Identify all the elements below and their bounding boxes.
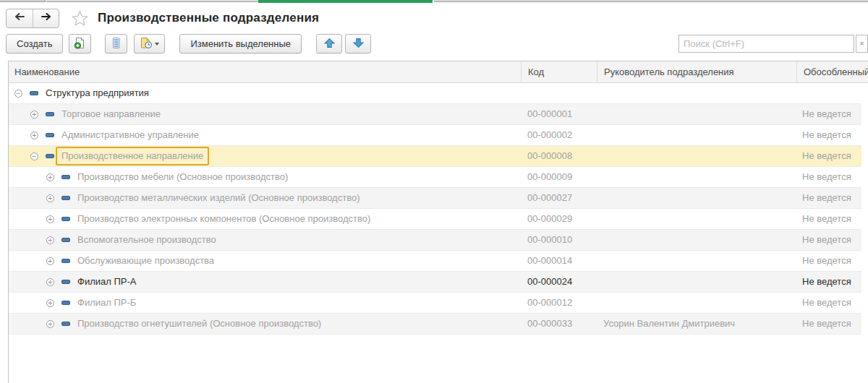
table-row[interactable]: + Филиал ПР-А 00-000024 Не ведется bbox=[9, 272, 861, 293]
department-name: Производство огнетушителей (Основное про… bbox=[77, 314, 321, 334]
name-cell: + Производство электронных компонентов (… bbox=[9, 209, 521, 229]
separate-cell: Не ведется bbox=[796, 209, 861, 229]
separate-cell: Не ведется bbox=[796, 272, 861, 292]
code-cell: 00-000001 bbox=[521, 104, 597, 124]
clear-search-button[interactable]: × bbox=[856, 35, 868, 53]
tree-expander-icon[interactable]: + bbox=[30, 132, 38, 139]
name-cell: + Производство огнетушителей (Основное п… bbox=[9, 314, 521, 334]
code-cell: 00-000008 bbox=[521, 146, 597, 166]
group-folder-icon bbox=[46, 154, 54, 158]
tree-expander-icon[interactable]: + bbox=[46, 257, 54, 265]
tree-expander-icon[interactable]: − bbox=[30, 152, 38, 160]
table-row[interactable]: − Производственное направление 00-000008… bbox=[9, 146, 861, 167]
toolbar: Создать bbox=[6, 34, 868, 53]
name-cell: + Обслуживающие производства bbox=[9, 251, 521, 271]
search-input[interactable] bbox=[678, 35, 854, 53]
tree-expander-icon[interactable]: + bbox=[46, 215, 54, 223]
table-row[interactable]: + Производство электронных компонентов (… bbox=[9, 209, 861, 230]
name-cell: + Филиал ПР-Б bbox=[9, 293, 521, 313]
table-row[interactable]: − Структура предприятия bbox=[9, 83, 861, 104]
forward-button[interactable] bbox=[33, 9, 59, 27]
tab-strip bbox=[0, 0, 868, 3]
manager-cell bbox=[597, 230, 796, 250]
create-group-button[interactable] bbox=[69, 34, 91, 53]
arrow-up-blue-icon bbox=[324, 38, 335, 51]
separate-cell: Не ведется bbox=[796, 146, 861, 166]
back-button[interactable] bbox=[7, 9, 33, 27]
code-cell bbox=[521, 83, 597, 103]
table-row[interactable]: + Обслуживающие производства 00-000014 Н… bbox=[9, 251, 861, 272]
arrow-left-icon bbox=[14, 12, 25, 25]
tree-expander-icon[interactable]: + bbox=[46, 173, 54, 181]
history-nav-group bbox=[6, 9, 59, 28]
tree-expander-icon[interactable]: + bbox=[46, 236, 54, 244]
change-history-button[interactable] bbox=[134, 34, 165, 53]
create-button[interactable]: Создать bbox=[6, 34, 63, 53]
column-header-separate[interactable]: Обособленный bbox=[796, 61, 868, 82]
tab-strip-segment bbox=[46, 0, 258, 2]
code-cell: 00-000010 bbox=[521, 230, 597, 250]
name-cell: + Филиал ПР-А bbox=[9, 272, 521, 292]
tree-expander-icon[interactable]: + bbox=[46, 299, 54, 307]
group-folder-icon bbox=[61, 280, 70, 284]
tab-strip-segment bbox=[0, 0, 46, 2]
table-body: − Структура предприятия + Торговое напра… bbox=[9, 83, 861, 335]
favorite-star-icon[interactable] bbox=[71, 10, 89, 27]
table-row[interactable]: + Филиал ПР-Б 00-000012 Не ведется bbox=[9, 293, 861, 314]
table-row[interactable]: + Производство металлических изделий (Ос… bbox=[9, 188, 861, 209]
separate-cell: Не ведется bbox=[796, 104, 861, 124]
code-cell: 00-000002 bbox=[521, 125, 597, 145]
column-header-code[interactable]: Код bbox=[521, 61, 597, 82]
search-area: × bbox=[678, 34, 868, 53]
department-name: Торговое направление bbox=[61, 104, 161, 124]
edit-selected-button[interactable]: Изменить выделенные bbox=[179, 34, 302, 53]
tree-expander-icon[interactable]: − bbox=[14, 90, 22, 98]
separate-cell: Не ведется bbox=[796, 167, 861, 187]
group-folder-icon bbox=[61, 175, 70, 179]
name-cell: − Производственное направление bbox=[9, 146, 521, 166]
app-window: Производственные подразделения Создать bbox=[0, 0, 868, 383]
tree-expander-icon[interactable]: + bbox=[46, 278, 54, 286]
column-header-name[interactable]: Наименование bbox=[9, 61, 521, 82]
list-view-button[interactable] bbox=[105, 34, 127, 53]
tree-expander-icon[interactable]: + bbox=[46, 320, 54, 328]
table-row[interactable]: + Торговое направление 00-000001 Не веде… bbox=[9, 104, 861, 125]
code-cell: 00-000012 bbox=[521, 293, 597, 313]
table-row[interactable]: + Вспомогательное производство 00-000010… bbox=[9, 230, 861, 251]
manager-cell bbox=[597, 146, 796, 166]
move-down-button[interactable] bbox=[345, 34, 371, 53]
department-name: Филиал ПР-А bbox=[77, 272, 136, 292]
column-header-manager[interactable]: Руководитель подразделения bbox=[597, 61, 796, 82]
tree-expander-icon[interactable]: + bbox=[46, 194, 54, 202]
name-cell: + Производство металлических изделий (Ос… bbox=[9, 188, 521, 208]
separate-cell bbox=[796, 83, 861, 103]
table-row[interactable]: + Административное управление 00-000002 … bbox=[9, 125, 861, 146]
name-cell: + Административное управление bbox=[9, 125, 521, 145]
list-icon bbox=[110, 37, 122, 51]
department-name: Административное управление bbox=[61, 125, 199, 145]
group-folder-icon bbox=[61, 259, 70, 263]
separate-cell: Не ведется bbox=[796, 293, 861, 313]
separate-cell: Не ведется bbox=[796, 125, 861, 145]
group-folder-icon bbox=[61, 217, 70, 221]
arrow-right-icon bbox=[41, 12, 52, 25]
group-folder-icon bbox=[61, 322, 70, 326]
group-folder-icon bbox=[46, 112, 54, 116]
separate-cell: Не ведется bbox=[796, 188, 861, 208]
separate-cell: Не ведется bbox=[796, 251, 861, 271]
name-cell: + Производство мебели (Основное производ… bbox=[9, 167, 521, 187]
table-header: Наименование Код Руководитель подразделе… bbox=[9, 61, 868, 83]
table-row[interactable]: + Производство мебели (Основное производ… bbox=[9, 167, 861, 188]
move-up-button[interactable] bbox=[316, 34, 342, 53]
arrow-down-blue-icon bbox=[353, 38, 364, 51]
department-name: Производство мебели (Основное производст… bbox=[77, 167, 288, 187]
manager-cell bbox=[597, 167, 796, 187]
document-clock-icon bbox=[140, 37, 153, 51]
manager-cell bbox=[597, 209, 796, 229]
page-title: Производственные подразделения bbox=[98, 11, 319, 25]
manager-cell: Усорин Валентин Дмитриевич bbox=[597, 314, 796, 334]
code-cell: 00-000027 bbox=[521, 188, 597, 208]
manager-cell bbox=[597, 293, 796, 313]
table-row[interactable]: + Производство огнетушителей (Основное п… bbox=[9, 314, 861, 335]
tree-expander-icon[interactable]: + bbox=[30, 111, 38, 119]
